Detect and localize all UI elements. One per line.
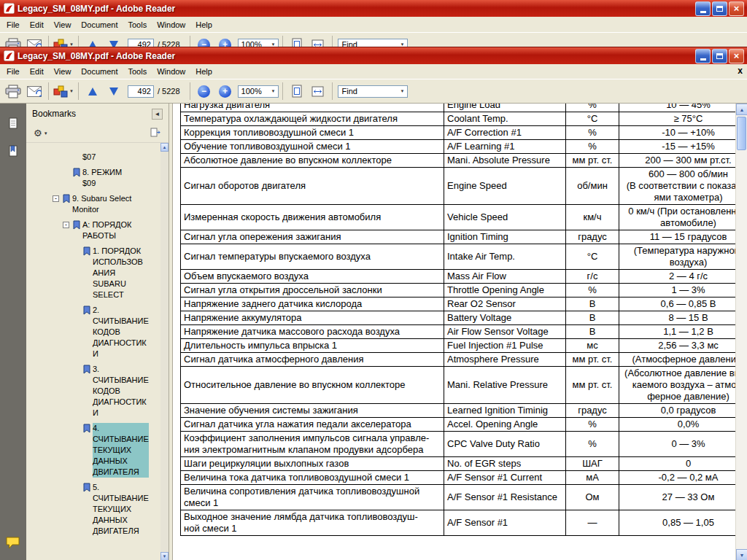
bookmark-label[interactable]: $07	[82, 152, 96, 163]
options-menu-button[interactable]: ⚙ ▼	[34, 128, 48, 138]
expander-spacer	[73, 482, 82, 493]
zoom-in-button[interactable]: +	[215, 34, 236, 47]
scroll-up-button[interactable]: ▲	[736, 104, 747, 115]
bookmark-item[interactable]: 2. СЧИТЫВАНИЕ КОДОВ ДИАГНОСТИК И	[26, 305, 169, 359]
menu-view[interactable]: View	[49, 66, 77, 77]
collapse-panel-button[interactable]: ◄	[152, 109, 163, 120]
bookmark-label[interactable]: 1. ПОРЯДОК ИСПОЛЬЗОВ АНИЯ SUBARU SELECT	[93, 246, 143, 300]
scrollbar-thumb[interactable]	[737, 117, 746, 150]
document-scrollbar[interactable]: ▲ ▼	[735, 104, 747, 560]
bookmarks-tab-icon[interactable]	[3, 141, 23, 160]
zoom-in-button[interactable]: +	[215, 81, 236, 101]
restore-button[interactable]	[712, 1, 727, 16]
zoom-in-icon: +	[219, 39, 231, 47]
fit-width-button[interactable]	[308, 81, 328, 101]
front-titlebar[interactable]: Legacy_SM_08MY.pdf - Adobe Reader ×	[0, 47, 747, 64]
menu-bar: FileEditViewDocumentToolsWindowHelp	[0, 17, 747, 32]
cell-en: A/F Sensor #1 Current	[444, 471, 566, 485]
find-input[interactable]: Find ▼	[338, 85, 408, 98]
menu-window[interactable]: Window	[152, 19, 190, 31]
menu-view[interactable]: View	[49, 19, 77, 31]
bookmark-item[interactable]: 3. СЧИТЫВАНИЕ КОДОВ ДИАГНОСТИК И	[26, 364, 169, 419]
collapse-minus-icon[interactable]: -	[63, 222, 69, 228]
find-input[interactable]: Find ▼	[338, 39, 408, 47]
menu-document[interactable]: Document	[76, 19, 123, 31]
table-row: Сигнал оборотов двигателяEngine Speedоб/…	[181, 168, 747, 205]
cell-value: 2 — 4 г/с	[619, 270, 747, 284]
bookmark-label[interactable]: А: ПОРЯДОК РАБОТЫ	[82, 219, 131, 241]
cell-en: A/F Learning #1	[444, 140, 566, 154]
cell-value: 0 км/ч (При остановленном автомобиле)	[619, 205, 747, 230]
menu-edit[interactable]: Edit	[25, 19, 49, 31]
next-page-button[interactable]	[104, 34, 124, 47]
bookmark-item[interactable]: $07	[26, 152, 169, 163]
menu-document[interactable]: Document	[76, 66, 123, 77]
minimize-button[interactable]	[695, 1, 711, 16]
menu-help[interactable]: Help	[190, 19, 217, 31]
bookmarks-scrollbar[interactable]: ▲ ▼	[160, 143, 169, 560]
close-icon: ×	[734, 4, 740, 13]
find-dropdown-icon[interactable]: ▼	[400, 89, 405, 93]
fit-page-button[interactable]	[287, 81, 307, 101]
bookmark-item[interactable]: 4. СЧИТЫВАНИЕ ТЕКУЩИХ ДАННЫХ ДВИГАТЕЛЯ	[26, 423, 169, 478]
bookmarks-tree-wrap: $078. РЕЖИМ $09-9. Subaru Select Monitor…	[26, 143, 169, 560]
bookmark-item[interactable]: -А: ПОРЯДОК РАБОТЫ	[26, 219, 169, 241]
comments-tab-icon[interactable]	[3, 533, 23, 552]
bookmark-icon	[72, 167, 82, 180]
bookmark-label[interactable]: 4. СЧИТЫВАНИЕ ТЕКУЩИХ ДАННЫХ ДВИГАТЕЛЯ	[93, 423, 149, 478]
close-button[interactable]: ×	[729, 1, 744, 16]
email-button[interactable]	[24, 81, 44, 101]
close-document-button[interactable]: x	[738, 66, 743, 75]
bookmark-item[interactable]: -9. Subaru Select Monitor	[26, 193, 169, 215]
fit-page-button[interactable]	[287, 34, 307, 47]
bookmark-label[interactable]: 2. СЧИТЫВАНИЕ КОДОВ ДИАГНОСТИК И	[93, 305, 149, 359]
bookmark-item[interactable]: 1. ПОРЯДОК ИСПОЛЬЗОВ АНИЯ SUBARU SELECT	[26, 246, 169, 300]
previous-page-button[interactable]	[82, 81, 103, 101]
close-button[interactable]: ×	[729, 49, 744, 63]
print-button[interactable]	[3, 81, 23, 101]
scroll-down-button[interactable]: ▼	[736, 549, 747, 560]
menu-edit[interactable]: Edit	[25, 66, 49, 77]
zoom-out-button[interactable]: −	[194, 81, 214, 101]
expand-bookmark-button[interactable]	[150, 127, 161, 140]
online-services-button[interactable]: ▼	[53, 81, 74, 101]
table-row: Нагрузка двигателяEngine Load%10 — 45%	[181, 104, 747, 112]
cell-ru: Обучение топливовоздушной смеси 1	[181, 140, 444, 154]
menu-window[interactable]: Window	[152, 66, 190, 77]
minimize-button[interactable]	[695, 49, 711, 63]
bookmark-label[interactable]: 3. СЧИТЫВАНИЕ КОДОВ ДИАГНОСТИК И	[93, 364, 149, 419]
strip-bottom-icons	[3, 533, 23, 552]
bookmark-item[interactable]: 8. РЕЖИМ $09	[26, 167, 169, 189]
scroll-down-button[interactable]: ▼	[160, 552, 169, 560]
scroll-up-button[interactable]: ▲	[160, 143, 169, 152]
restore-icon	[716, 6, 723, 12]
bookmark-label[interactable]: 8. РЕЖИМ $09	[82, 167, 122, 189]
document-area[interactable]: Нагрузка двигателяEngine Load%10 — 45%Те…	[173, 104, 747, 560]
cell-unit: мА	[566, 471, 619, 485]
cell-value: -15 — +15%	[619, 140, 747, 154]
pages-tab-icon[interactable]	[3, 114, 23, 133]
menu-file[interactable]: File	[1, 19, 25, 31]
page-number-input[interactable]: 492	[128, 85, 154, 98]
fit-width-button[interactable]	[308, 34, 328, 47]
bookmark-label[interactable]: 9. Subaru Select Monitor	[72, 193, 131, 215]
back-titlebar[interactable]: Legacy_SM_08MY.pdf - Adobe Reader ×	[0, 0, 747, 17]
zoom-level-select[interactable]: 100% ▼	[238, 39, 279, 47]
collapse-minus-icon[interactable]: -	[53, 195, 59, 202]
previous-page-button[interactable]	[82, 34, 103, 47]
zoom-out-button[interactable]: −	[194, 34, 214, 47]
restore-button[interactable]	[712, 49, 727, 63]
email-button[interactable]	[24, 34, 44, 47]
menu-help[interactable]: Help	[190, 66, 217, 77]
bookmark-label[interactable]: 5. СЧИТЫВАНИЕ ТЕКУЩИХ ДАННЫХ ДВИГАТЕЛЯ	[93, 482, 149, 537]
online-services-button[interactable]: ▼	[53, 34, 74, 47]
bookmark-item[interactable]: 5. СЧИТЫВАНИЕ ТЕКУЩИХ ДАННЫХ ДВИГАТЕЛЯ	[26, 482, 169, 537]
print-button[interactable]	[3, 34, 23, 47]
zoom-level-select[interactable]: 100% ▼	[238, 85, 279, 98]
menu-tools[interactable]: Tools	[123, 19, 152, 31]
page-number-input[interactable]: 492	[128, 39, 154, 47]
next-page-button[interactable]	[104, 81, 124, 101]
menu-tools[interactable]: Tools	[123, 66, 152, 77]
zoom-value: 100%	[241, 87, 262, 96]
menu-file[interactable]: File	[1, 66, 25, 77]
